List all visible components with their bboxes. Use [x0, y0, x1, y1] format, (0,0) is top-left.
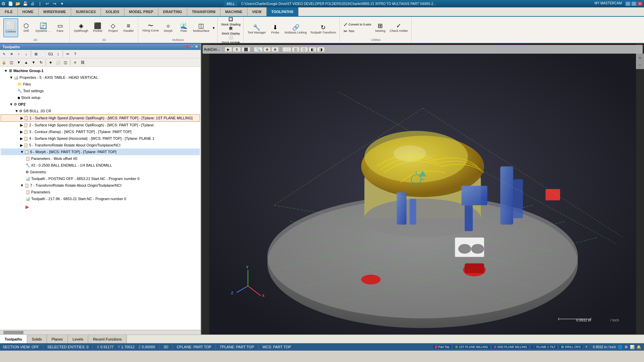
tab-view[interactable]: VIEW	[248, 7, 267, 16]
tree-item-bull[interactable]: ▼ ⚙ 5/8 BULL .03 CR	[1, 108, 200, 114]
qa-new[interactable]: 📄	[7, 0, 14, 7]
tree-item-toolsettings[interactable]: 🔧 Tool settings	[1, 87, 200, 94]
ribbon-btn-stockdisplay[interactable]: 🔳 Stock Display	[220, 25, 241, 34]
plane-btn-plane1tilt[interactable]: PLANE 1 TILT	[530, 345, 558, 349]
vp-zoomout[interactable]: ⊗	[271, 47, 279, 52]
ribbon-btn-optirough[interactable]: ◈ OptiRough	[72, 18, 90, 37]
ribbon-btn-multilinking[interactable]: 🔗 Multiaxis Linking	[283, 20, 308, 39]
status-icon3[interactable]: 📊	[630, 345, 635, 349]
qa-undo[interactable]: ↩	[44, 0, 51, 7]
scrollbar-thumb[interactable]	[3, 331, 23, 334]
tab-file[interactable]: FILE	[0, 7, 18, 16]
qa-print[interactable]: 🖨	[29, 0, 36, 7]
tb-up[interactable]: ▲	[23, 59, 30, 66]
status-icon1[interactable]: 🌐	[618, 345, 623, 349]
ribbon-btn-flow[interactable]: 🌊 Flow	[176, 18, 191, 37]
tab-home[interactable]: HOME	[18, 7, 39, 16]
vp-zoomin[interactable]: ⊕	[263, 47, 271, 52]
tb-params[interactable]: ≡	[72, 59, 78, 66]
vp-view4[interactable]: ◧	[309, 47, 316, 52]
ribbon-btn-multisurface[interactable]: ◫ Multisurface	[192, 18, 211, 37]
btab-planes[interactable]: Planes	[47, 335, 68, 343]
tree-item-tool[interactable]: 🔧 #2 - 0.2500 BALL ENDMILL - 1/4 BALL EN…	[1, 162, 200, 169]
plane-btn-parttop[interactable]: Part Top	[432, 345, 452, 349]
ribbon-btn-toolpathtransform[interactable]: ↻ Toolpath Transform	[309, 20, 337, 39]
vp-zoom[interactable]: 🔍	[254, 47, 263, 52]
qa-save[interactable]: 💾	[22, 0, 29, 7]
tab-toolpaths[interactable]: TOOLPATHS	[267, 7, 299, 16]
tb-chain[interactable]: ⛓	[79, 59, 86, 66]
tree-item-toolpath2[interactable]: 📊 Toolpath - 217.9K - 6853-21 Start.NC -…	[1, 195, 200, 202]
ribbon-btn-parallel[interactable]: ≡ Parallel	[121, 18, 136, 37]
minimize-button[interactable]: ─	[625, 1, 631, 6]
tb-select2[interactable]: ⬜	[55, 59, 61, 66]
tb-help[interactable]: ?	[72, 51, 78, 57]
rt-minus[interactable]: −	[637, 62, 643, 68]
ribbon-btn-probe[interactable]: ⬇ Probe	[268, 20, 283, 39]
tb-select3[interactable]: ◫	[62, 59, 69, 66]
tree-item-toolpath1[interactable]: 📊 Toolpath - POSTING OFF - 6853-21 Start…	[1, 175, 200, 182]
maximize-button[interactable]: □	[631, 1, 637, 6]
tb-g1[interactable]: G1	[47, 51, 54, 57]
tree-item-op6[interactable]: ▼ 📋 6 - Morph - [WCS: PART TOP] - [Tplan…	[1, 148, 200, 155]
tab-solids[interactable]: SOLIDS	[101, 7, 124, 16]
ribbon-btn-trim[interactable]: ✂ Trim	[342, 28, 372, 34]
ribbon-btn-morph[interactable]: ⟐ Morph	[161, 18, 176, 37]
tb-new-op[interactable]: 📄	[40, 51, 47, 57]
tree-item-op7[interactable]: ▼ 📋 7 - Transform/Rotate Rotate About Or…	[1, 182, 200, 189]
tab-drafting[interactable]: DRAFTING	[158, 7, 187, 16]
ribbon-btn-project[interactable]: ◇ Project	[106, 18, 120, 37]
ribbon-btn-toolmanager[interactable]: 🔧 Tool Manager	[246, 20, 267, 39]
tree-item-op3[interactable]: ▶ 📋 3 - Contour (Ramp) - [WCS: PART TOP]…	[1, 128, 200, 135]
btab-toolpaths[interactable]: Toolpaths	[0, 335, 27, 343]
tree-item-play[interactable]: ▶	[1, 203, 200, 210]
vp-play[interactable]: ▶	[225, 47, 232, 52]
plane-btn-drillops[interactable]: DRILL OPS	[559, 345, 583, 349]
ribbon-btn-pocket[interactable]: ⬛ Pocket	[90, 18, 105, 37]
panel-close[interactable]: ✕	[195, 45, 198, 49]
tab-surfaces[interactable]: SURFACES	[71, 7, 101, 16]
tb-lock[interactable]: 🔒	[1, 59, 7, 66]
tree-item-geometry[interactable]: ⚙ Geometry	[1, 169, 200, 175]
tree-item-stocksetup[interactable]: ◆ Stock setup	[1, 94, 200, 101]
tb-layers[interactable]: ◫	[8, 59, 15, 66]
tb-sort[interactable]: ↕	[55, 51, 61, 57]
vp-view2[interactable]: ◫	[292, 47, 300, 52]
tree-item-op5[interactable]: ▶ 📋 5 - Transform/Rotate Rotate About Or…	[1, 142, 200, 148]
panel-minimize[interactable]: ─	[191, 45, 194, 49]
qa-open[interactable]: 📂	[14, 0, 21, 7]
tb-select[interactable]: ↖	[1, 51, 7, 57]
vp-view1[interactable]: ⬜	[282, 47, 291, 52]
multiaxis-arrow[interactable]: ▼	[212, 26, 215, 30]
btab-solids[interactable]: Solids	[27, 335, 47, 343]
vp-stop[interactable]: ⬛	[241, 47, 250, 52]
panel-scrollbar[interactable]	[0, 330, 201, 335]
tab-modelprep[interactable]: MODEL PREP	[124, 7, 159, 16]
tree-item-properties[interactable]: ▼ 📊 Properties - 5 - AXIS TABLE - HEAD V…	[1, 74, 200, 81]
tree-item-machinegroup[interactable]: ▼ 🖥 Machine Group-1	[1, 67, 200, 74]
plane-btn-1stplane[interactable]: 1ST PLANE MILLING	[453, 345, 490, 349]
panel-pin[interactable]: 📌	[185, 45, 190, 49]
ribbon-btn-alongcurve[interactable]: 〜 Along Curve	[141, 18, 160, 37]
btab-recent[interactable]: Recent Functions	[88, 335, 127, 343]
vp-view5[interactable]: ◨	[317, 47, 325, 52]
ribbon-btn-stockshading[interactable]: 🔲 Stock Shading	[220, 17, 241, 25]
tb-move-up[interactable]: ↑	[15, 51, 22, 57]
rt-plus[interactable]: +	[637, 54, 643, 61]
ribbon-btn-drill[interactable]: ⬡ Drill	[19, 18, 34, 37]
tab-machine[interactable]: MACHINE	[220, 7, 247, 16]
tree-item-params2[interactable]: 📋 Parameters	[1, 189, 200, 195]
tb-new-group[interactable]: ⊞	[33, 51, 39, 57]
tb-down2[interactable]: ▼	[30, 59, 37, 66]
tree-item-op2item[interactable]: ▶ 📋 2 - Surface High Speed (Dynamic Opti…	[1, 122, 200, 128]
vp-view3[interactable]: ⬡	[300, 47, 308, 52]
ribbon-btn-contour[interactable]: ⬜ Contour	[3, 18, 18, 37]
plane-more[interactable]: +	[584, 345, 589, 349]
plane-btn-2ndplane[interactable]: 2ND PLANE MILLING	[491, 345, 530, 349]
viewport[interactable]: AutoCen... ▶ ⏸ ⬛ 🔍 ⊕ ⊗ ⬜ ◫ ⬡ ◧ ◨	[201, 44, 644, 335]
ribbon-btn-checkholder[interactable]: ✓ Check Holder	[388, 18, 410, 37]
tb-highlight[interactable]: ★	[47, 59, 54, 66]
tb-move-down[interactable]: ↓	[23, 51, 30, 57]
status-icon2[interactable]: ⚙	[625, 345, 628, 349]
ribbon-btn-dynamic[interactable]: 🔄 Dynamic ...	[34, 18, 52, 37]
